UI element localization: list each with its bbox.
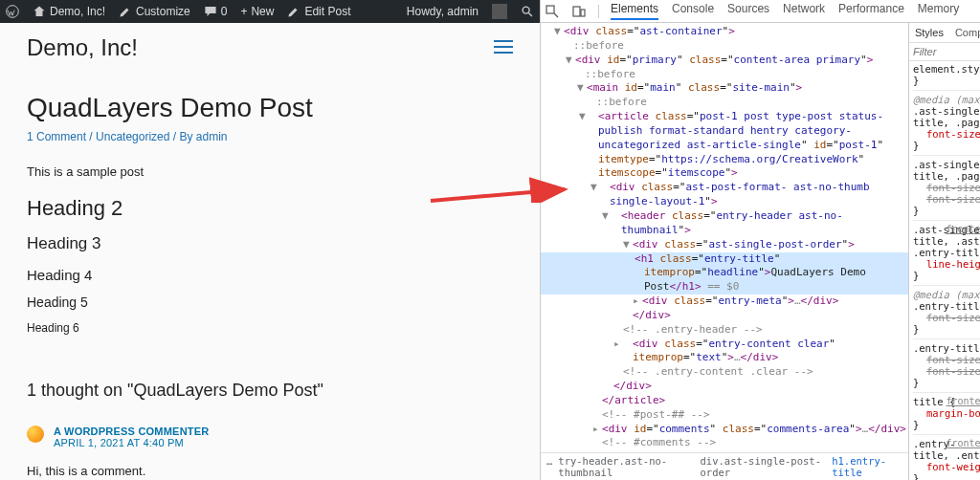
site-name-label: Demo, Inc! (50, 5, 105, 18)
tab-console[interactable]: Console (672, 2, 714, 20)
customize-link[interactable]: Customize (119, 5, 190, 18)
dom-tree[interactable]: ▼<div class="ast-container"> ::before ▼<… (541, 23, 908, 452)
commenter-avatar-icon (27, 425, 44, 443)
howdy-link[interactable]: Howdy, admin (407, 5, 479, 18)
dom-breadcrumbs[interactable]: … try-header.ast-no-thumbnail div.ast-si… (541, 452, 908, 480)
customize-label: Customize (136, 5, 190, 18)
heading-4: Heading 4 (27, 267, 513, 283)
comment-author[interactable]: A WORDPRESS COMMENTER (54, 425, 210, 437)
svg-rect-8 (581, 10, 585, 16)
crumb-3[interactable]: h1.entry-title (832, 455, 902, 478)
meta-author[interactable]: admin (196, 130, 228, 143)
comments-link[interactable]: 0 (204, 5, 228, 18)
heading-2: Heading 2 (27, 196, 513, 221)
mobile-menu-icon[interactable] (494, 39, 513, 57)
entry-meta: 1 Comment / Uncategorized / By admin (27, 130, 513, 143)
site-title[interactable]: Demo, Inc! (27, 34, 138, 61)
heading-3: Heading 3 (27, 234, 513, 253)
styles-filter-input[interactable] (913, 46, 980, 57)
svg-point-1 (523, 7, 529, 13)
tab-sources[interactable]: Sources (727, 2, 769, 20)
comment-body: Hi, this is a comment. (27, 464, 513, 478)
selected-dom-node: <h1 class="entry-title" itemprop="headli… (541, 252, 908, 295)
source-link[interactable]: frontend.mi…ver=3.2.0:3 (946, 396, 980, 406)
inspect-icon[interactable] (545, 4, 560, 19)
crumb-1[interactable]: try-header.ast-no-thumbnail (558, 455, 694, 478)
device-toolbar-icon[interactable] (571, 4, 587, 19)
tab-network[interactable]: Network (783, 2, 825, 20)
wp-admin-bar: Demo, Inc! Customize 0 +New Edit Post Ho… (0, 0, 540, 23)
crumb-2[interactable]: div.ast-single-post-order (701, 455, 827, 478)
source-link[interactable]: frontend.mi…ver=3.2.0:3 (946, 224, 980, 234)
devtools: Elements Console Sources Network Perform… (540, 0, 980, 480)
styles-tab-styles[interactable]: Styles (915, 27, 944, 38)
heading-5: Heading 5 (27, 295, 513, 310)
crumb-0[interactable]: … (546, 455, 552, 478)
search-icon[interactable] (521, 5, 534, 18)
heading-6: Heading 6 (27, 321, 513, 335)
new-link[interactable]: +New (240, 5, 274, 18)
comment-item: A WORDPRESS COMMENTER APRIL 1, 2021 AT 4… (27, 425, 513, 448)
new-label: New (251, 5, 274, 18)
devtools-toolbar: Elements Console Sources Network Perform… (541, 0, 980, 23)
tab-memory[interactable]: Memory (918, 2, 959, 20)
comment-date[interactable]: APRIL 1, 2021 AT 4:40 PM (54, 437, 210, 448)
meta-category[interactable]: Uncategorized (96, 130, 169, 143)
tab-elements[interactable]: Elements (611, 2, 658, 20)
svg-rect-7 (573, 7, 580, 16)
user-avatar-icon[interactable] (492, 4, 507, 19)
edit-post-label: Edit Post (304, 5, 350, 18)
edit-post-link[interactable]: Edit Post (287, 5, 350, 18)
svg-line-2 (528, 12, 532, 16)
wp-logo-icon[interactable] (6, 5, 19, 18)
styles-pane: Styles Computed Layout » :hov .cls + ⏷ e… (908, 23, 980, 480)
meta-comments[interactable]: 1 Comment (27, 130, 86, 143)
tab-performance[interactable]: Performance (838, 2, 904, 20)
comments-title: 1 thought on "QuadLayers Demo Post" (27, 381, 513, 401)
site-name-link[interactable]: Demo, Inc! (33, 5, 105, 18)
svg-rect-6 (546, 6, 554, 13)
howdy-label: Howdy, admin (407, 5, 479, 18)
styles-tab-computed[interactable]: Computed (955, 27, 980, 38)
source-link[interactable]: frontend.mi…ver=3.2.0:3 (946, 438, 980, 448)
entry-title: QuadLayers Demo Post (27, 92, 513, 124)
sample-paragraph: This is a sample post (27, 164, 513, 179)
comments-count: 0 (221, 5, 228, 18)
page-content: Demo, Inc! QuadLayers Demo Post 1 Commen… (0, 23, 540, 480)
